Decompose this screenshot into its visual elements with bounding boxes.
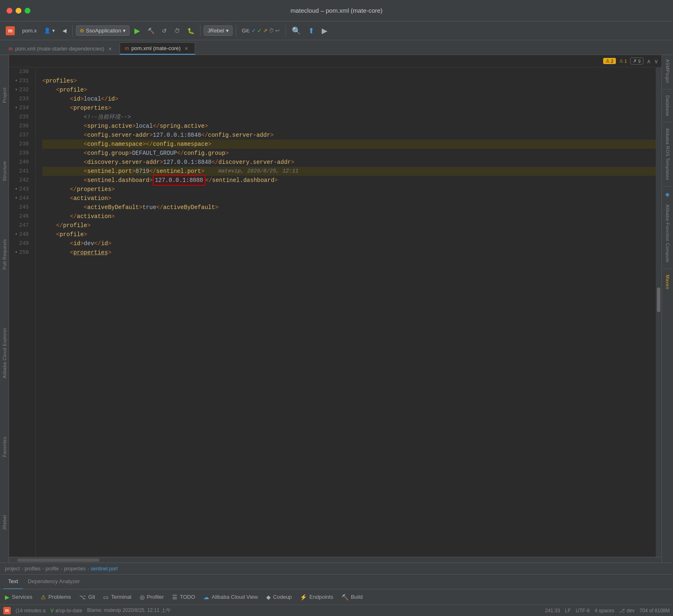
service-alibaba-cloud-view[interactable]: ☁ Alibaba Cloud View (203, 594, 258, 600)
code-line-248: <profile> (42, 230, 656, 239)
status-encoding[interactable]: UTF-8 (576, 608, 590, 614)
git-update-icon[interactable]: ↗ (263, 28, 267, 34)
git-pull-icon[interactable]: ✓ (257, 28, 262, 34)
profile-button[interactable]: ⏱ (172, 26, 182, 35)
status-position[interactable]: 241:33 (545, 608, 560, 614)
sidebar-label-ros-templates[interactable]: Alibaba ROS Templates (664, 126, 671, 183)
service-services[interactable]: ▶ Services (5, 594, 32, 600)
service-build[interactable]: 🔨 Build (341, 594, 363, 600)
right-sidebar-icon-1[interactable]: ◈ (663, 190, 672, 199)
status-line-ending[interactable]: LF (565, 608, 571, 614)
sidebar-label-database[interactable]: Database (664, 93, 671, 119)
services-icon: ▶ (5, 594, 9, 600)
collapse-up[interactable]: ∧ (647, 58, 651, 64)
tab-dependency-analyzer[interactable]: Dependency Analyzer (23, 575, 85, 589)
service-terminal[interactable]: ▭ Terminal (103, 594, 131, 600)
run-button[interactable]: ▶ (132, 25, 143, 37)
back-button[interactable]: ◀ (60, 26, 69, 35)
code-line-238: <config.namespace></config.namespace> (42, 140, 656, 149)
git-undo-icon[interactable]: ↩ (275, 28, 280, 34)
tab-mate-core[interactable]: m pom.xml (mate-core) × (120, 42, 195, 55)
sidebar-label-function-compute[interactable]: Alibaba Function Compute (664, 202, 671, 265)
error-badge[interactable]: ⚠ 1 (619, 58, 627, 64)
collapse-down[interactable]: ∨ (654, 58, 658, 64)
line-ending-label: LF (565, 608, 571, 614)
maximize-button[interactable] (25, 8, 30, 14)
todo-icon: ☰ (172, 594, 177, 600)
tab-close-core[interactable]: × (183, 45, 190, 52)
warning-badge[interactable]: ⚠ 2 (603, 58, 616, 64)
service-profiler[interactable]: ◎ Profiler (140, 594, 164, 600)
more-button[interactable]: ▶ (319, 25, 330, 37)
debug-button[interactable]: 🐛 (185, 26, 197, 35)
error-icon: ⚠ (619, 58, 623, 64)
service-todo[interactable]: ☰ TODO (172, 594, 195, 600)
breadcrumb-properties[interactable]: properties (64, 566, 85, 572)
service-codeup[interactable]: ◆ Codeup (266, 594, 292, 600)
line-numbers: 230 ▾ 231 ▾ 232 233 ▾ 234 (9, 67, 36, 557)
status-branch[interactable]: V ø/up-to-date (51, 608, 82, 614)
tab-mate-starter[interactable]: m pom.xml (mate-starter-dependencies) × (3, 42, 119, 55)
fold-248: ▾ (14, 230, 18, 239)
endpoints-label: Endpoints (309, 594, 333, 600)
code-content[interactable]: <profiles> <profile> <id>local</id> <pro… (36, 67, 656, 557)
user-button[interactable]: 👤 ▾ (41, 26, 58, 35)
service-git[interactable]: ⌥ Git (79, 594, 95, 600)
branch-label: dev (627, 608, 634, 614)
jrebel-dropdown[interactable]: JRebel ▾ (204, 25, 232, 36)
status-vcs-branch[interactable]: ⎇ dev (619, 608, 634, 614)
code-line-230 (42, 67, 656, 76)
sidebar-label-pull-requests[interactable]: Pull Requests (2, 239, 7, 269)
git-push-icon[interactable]: ✓ (251, 28, 256, 34)
update-button[interactable]: ⬆ (306, 25, 317, 37)
h-scrollbar-thumb[interactable] (17, 559, 99, 562)
run-config-dropdown[interactable]: ⚙ SsoApplication ▾ (76, 25, 129, 36)
code-area[interactable]: 230 ▾ 231 ▾ 232 233 ▾ 234 (9, 67, 661, 557)
inline-annotation-241: matevip, 2020/8/25, 12:11 (219, 167, 299, 176)
code-line-243: </properties> (42, 185, 656, 194)
status-time[interactable]: (14 minutes a (16, 608, 46, 614)
service-problems[interactable]: ⚠ Problems (41, 594, 71, 600)
issues-badge[interactable]: ✗ 9 (630, 57, 643, 64)
close-button[interactable] (7, 8, 12, 14)
horizontal-scrollbar[interactable] (9, 557, 661, 563)
fold-234: ▾ (14, 103, 18, 113)
jrebel-status-icon: m (3, 607, 11, 614)
sidebar-label-favorites[interactable]: Favorites (2, 437, 7, 457)
separator-3 (236, 25, 236, 37)
indent-label: 4 spaces (595, 608, 614, 614)
rebuild-button[interactable]: ↺ (159, 26, 169, 35)
vertical-scrollbar[interactable] (656, 67, 661, 557)
breadcrumb-sentinel-port[interactable]: sentinel.port (91, 566, 118, 572)
service-endpoints[interactable]: ⚡ Endpoints (300, 594, 333, 600)
branch-icon: ⎇ (619, 608, 625, 614)
status-jrebel-icon[interactable]: m (3, 607, 11, 614)
sidebar-label-maven[interactable]: Maven (664, 272, 671, 292)
fold-232: ▾ (14, 85, 18, 94)
breadcrumb-project[interactable]: project (5, 566, 20, 572)
sidebar-label-structure[interactable]: Structure (2, 161, 7, 181)
sidebar-label-jrebel[interactable]: JRebel (2, 515, 7, 530)
sidebar-label-asmplugin[interactable]: ASMPlugin (664, 57, 671, 86)
breadcrumb-profile[interactable]: profile (46, 566, 59, 572)
breadcrumb: project › profiles › profile › propertie… (0, 563, 673, 574)
scrollbar-thumb[interactable] (657, 287, 660, 312)
breadcrumb-profiles[interactable]: profiles (25, 566, 41, 572)
status-indent[interactable]: 4 spaces (595, 608, 614, 614)
git-history-icon[interactable]: ⏱ (269, 28, 274, 34)
window-controls[interactable] (7, 8, 30, 14)
encoding-label: UTF-8 (576, 608, 590, 614)
tab-close-starter[interactable]: × (107, 46, 113, 52)
search-button[interactable]: 🔍 (289, 25, 303, 37)
tab-dep-analyzer-label: Dependency Analyzer (28, 578, 80, 584)
file-name-label: pom.x (22, 28, 37, 34)
sidebar-label-project[interactable]: Project (2, 87, 7, 103)
tab-text[interactable]: Text (3, 575, 23, 589)
line-count-label: 704 of 8108M (640, 608, 670, 614)
build-button[interactable]: 🔨 (145, 26, 157, 35)
file-name[interactable]: pom.x (20, 26, 39, 35)
logo-icon[interactable]: m (3, 25, 17, 37)
sidebar-label-alibaba-cloud[interactable]: Alibaba Cloud Explorer (2, 328, 7, 379)
minimize-button[interactable] (16, 8, 21, 14)
left-sidebar: Project Structure Pull Requests Alibaba … (0, 55, 9, 563)
